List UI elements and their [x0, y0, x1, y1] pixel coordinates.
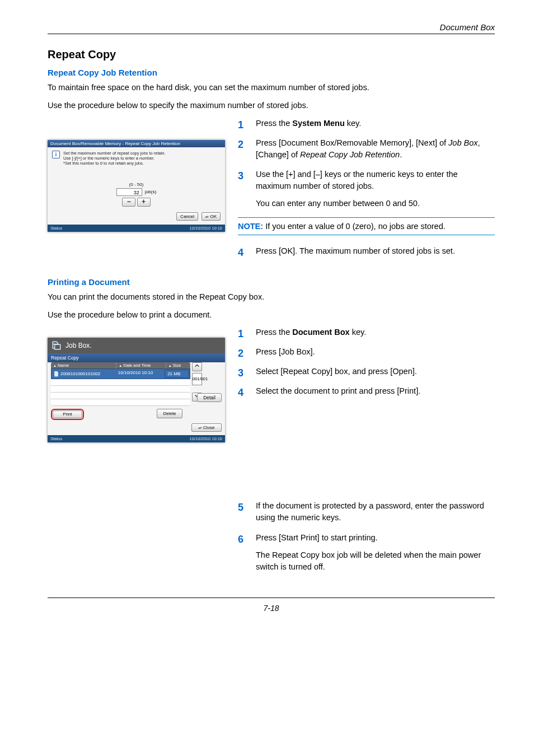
dialog-jobbox: Job Box. Repeat Copy ▲ Name ▲ Date and T…: [48, 338, 225, 442]
enter-icon: ↵: [205, 213, 208, 220]
close-label: Close: [203, 425, 214, 430]
table-row: [51, 386, 190, 393]
print-button[interactable]: Print: [53, 410, 82, 418]
chevron-up-icon: [194, 363, 200, 368]
step-2: Press [Job Box].: [238, 346, 495, 358]
range-label: (0 - 50): [48, 182, 225, 187]
t: key.: [350, 328, 367, 337]
status-label[interactable]: Status: [50, 436, 62, 442]
rule-bottom: [48, 598, 495, 598]
subheading-retention: Repeat Copy Job Retention: [48, 68, 495, 77]
ok-button[interactable]: ↵OK: [202, 212, 221, 221]
t: Press [Start Print] to start printing.: [256, 533, 378, 542]
t: Document Box: [292, 328, 349, 337]
info-icon: i: [52, 151, 60, 158]
col-size: Size: [173, 363, 181, 368]
delete-button[interactable]: Delete: [157, 409, 182, 418]
note-box: NOTE: If you enter a value of 0 (zero), …: [238, 217, 495, 235]
status-label[interactable]: Status: [50, 225, 62, 231]
info-text: Set the maximum number of repeat copy jo…: [63, 151, 166, 166]
cancel-button[interactable]: Cancel: [176, 212, 198, 221]
t: You can enter any number between 0 and 5…: [256, 198, 495, 209]
intro-text-1: To maintain free space on the hard disk,…: [48, 82, 495, 94]
scroll-up-button[interactable]: [192, 362, 202, 371]
t: Press [Document Box/Removable Memory], […: [256, 138, 448, 147]
step-3: Select [Repeat Copy] box, and press [Ope…: [238, 366, 495, 377]
status-datetime: 10/10/2010 10:10: [190, 225, 222, 231]
t: .: [400, 150, 402, 159]
dialog-retention: Document Box/Removable Memory - Repeat C…: [48, 140, 225, 232]
step-4: Select the document to print and press […: [238, 385, 495, 397]
t: Repeat Copy Job Retention: [300, 150, 400, 159]
value-display[interactable]: 32: [116, 188, 142, 196]
step-5: If the document is protected by a passwo…: [238, 500, 495, 524]
t: Press the: [256, 119, 292, 128]
enter-icon: ↵: [199, 424, 202, 431]
cell-name: 2008101000101002: [60, 371, 100, 376]
t: key.: [345, 119, 362, 128]
rule-top: [48, 34, 495, 34]
step-4: Press [OK]. The maximum number of stored…: [238, 245, 495, 257]
close-button[interactable]: ↵Close: [191, 423, 222, 432]
page-number: 7-18: [48, 604, 495, 613]
step-2: Press [Document Box/Removable Memory], […: [238, 137, 495, 161]
page-counter: 001/001: [192, 373, 202, 385]
heading-repeat-copy: Repeat Copy: [48, 48, 495, 61]
col-date: Date and Time: [123, 363, 151, 368]
file-icon: [54, 371, 59, 377]
t: Job Box: [448, 138, 477, 147]
page-header-section: Document Box: [48, 22, 495, 32]
increment-button[interactable]: +: [137, 198, 151, 207]
table-row: [51, 399, 190, 406]
table-row: [51, 379, 190, 386]
intro-text-2: Use the procedure below to specify the m…: [48, 100, 495, 112]
info-line-2: Use [-]/[+] or the numeric keys to enter…: [63, 156, 154, 161]
t: Press the: [256, 328, 292, 337]
dialog-title: Job Box.: [65, 342, 92, 349]
cell-size: 21 MB: [165, 370, 189, 378]
step-6: Press [Start Print] to start printing. T…: [238, 532, 495, 573]
step-1: Press the System Menu key.: [238, 118, 495, 129]
unit-label: job(s): [145, 189, 156, 194]
dialog-title: Document Box/Removable Memory - Repeat C…: [48, 140, 225, 147]
intro2-text-2: Use the procedure below to print a docum…: [48, 309, 495, 321]
info-line-3: *Set this number to 0 to not retain any …: [63, 161, 144, 166]
info-line-1: Set the maximum number of repeat copy jo…: [63, 151, 166, 156]
intro2-text-1: You can print the documents stored in th…: [48, 291, 495, 304]
note-text: If you enter a value of 0 (zero), no job…: [263, 222, 446, 231]
t: System Menu: [292, 119, 344, 128]
jobbox-icon: [51, 340, 62, 351]
note-label: NOTE:: [238, 222, 263, 231]
step-1: Press the Document Box key.: [238, 326, 495, 338]
subheading-printing: Printing a Document: [48, 277, 495, 287]
status-datetime: 10/10/2010 10:10: [190, 436, 222, 442]
dialog-subtitle: Repeat Copy: [48, 353, 225, 362]
t: Use the [+] and [–] keys or the numeric …: [256, 170, 458, 190]
col-name: Name: [58, 363, 69, 368]
step-3: Use the [+] and [–] keys or the numeric …: [238, 169, 495, 209]
print-callout: Print: [51, 409, 84, 420]
cell-date: 10/10/2010 10:10: [116, 369, 164, 379]
table-row: [51, 393, 190, 399]
detail-button[interactable]: Detail: [197, 393, 222, 402]
table-header[interactable]: ▲ Name ▲ Date and Time ▲ Size: [51, 362, 190, 368]
ok-label: OK: [210, 214, 217, 219]
table-row[interactable]: 2008101000101002 10/10/2010 10:10 21 MB: [51, 368, 190, 379]
t: The Repeat Copy box job will be deleted …: [256, 549, 495, 573]
decrement-button[interactable]: −: [122, 198, 135, 207]
